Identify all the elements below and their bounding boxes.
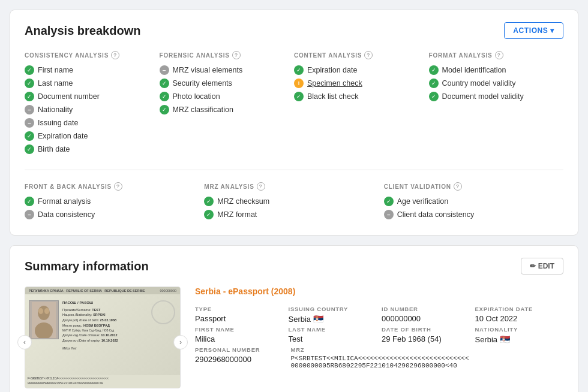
doc-type-title: Serbia - ePassport (2008) — [195, 287, 563, 296]
passport-image-container: ‹ РЕПУБЛИКА СРБИЈА REPUBLIC OF SERBIA RE… — [25, 287, 181, 392]
nationality-value: Serbia 🇷🇸 — [475, 334, 564, 344]
passport-photo — [29, 300, 59, 339]
consistency-birth-date: ✓ Birth date — [25, 144, 150, 154]
content-specimen-check: ! Specimen check — [294, 79, 419, 88]
carousel-prev-arrow[interactable]: ‹ — [17, 335, 32, 349]
mrz-section-title: MRZ ANALYSIS ? — [204, 182, 374, 191]
consistency-expiration-date: ✓ Expiration date — [25, 131, 150, 141]
consistency-first-name: ✓ First name — [25, 65, 150, 75]
passport-content-area: ПАСОШ / PASОШ Презиме/Surname: TEST Наци… — [25, 298, 180, 388]
mrz-field: MRZ P<SRBTEST<<MILICA<<<<<<<<<<<<<<<<<<<… — [291, 346, 564, 369]
mrz-checksum: ✓ MRZ checksum — [204, 197, 374, 206]
client-section-title: CLIENT VALIDATION ? — [384, 182, 554, 191]
edit-button[interactable]: ✏ EDIT — [521, 258, 563, 275]
mrz-field-label: MRZ — [291, 346, 564, 353]
svg-point-3 — [38, 308, 43, 314]
analysis-grid-row2: FRONT & BACK ANALYSIS ? ✓ Format analysi… — [25, 182, 563, 223]
dob-field: DATE OF BIRTH 29 Feb 1968 (54) — [382, 326, 470, 344]
id-number-field: ID NUMBER 000000000 — [382, 306, 470, 324]
info-grid-row1: TYPE Passport ISSUING COUNTRY Serbia 🇷🇸 … — [195, 306, 563, 324]
consistency-help-icon[interactable]: ? — [111, 51, 119, 59]
check-icon: ✓ — [294, 65, 304, 75]
minus-icon: – — [25, 118, 34, 128]
passport-text-area: ПАСОШ / PASОШ Презиме/Surname: TEST Наци… — [62, 300, 176, 385]
summary-body: ‹ РЕПУБЛИКА СРБИЈА REPUBLIC OF SERBIA RE… — [25, 287, 563, 392]
expiration-date-label: EXPIRATION DATE — [475, 306, 564, 312]
passport-header: РЕПУБЛИКА СРБИЈА REPUBLIC OF SERBIA REPU… — [25, 287, 180, 294]
mrz-format: ✓ MRZ format — [204, 210, 374, 219]
type-field: TYPE Passport — [195, 306, 284, 324]
nationality-flag: 🇷🇸 — [500, 334, 510, 344]
passport-image: РЕПУБЛИКА СРБИЈА REPUBLIC OF SERBIA REPU… — [25, 287, 181, 388]
id-number-value: 000000000 — [382, 314, 470, 323]
content-help-icon[interactable]: ? — [364, 51, 373, 59]
dob-value: 29 Feb 1968 (54) — [382, 334, 470, 343]
check-icon: ✓ — [429, 65, 439, 75]
last-name-field: LAST NAME Test — [289, 326, 377, 344]
analysis-divider — [25, 170, 563, 170]
content-expiration-date: ✓ Expiration date — [294, 65, 419, 75]
check-icon: ✓ — [204, 197, 214, 206]
front-back-help-icon[interactable]: ? — [114, 182, 122, 191]
issuing-country-label: ISSUING COUNTRY — [289, 306, 377, 312]
front-back-format: ✓ Format analysis — [25, 197, 194, 206]
forensic-security-elements: ✓ Security elements — [160, 79, 285, 88]
forensic-section-title: FORENSIC ANALYSIS ? — [160, 51, 285, 59]
passport-mrz: P<SRBTEST<<MILICA<<<<<<<<<<<<<<<<<<<<<<<… — [25, 375, 180, 388]
client-data-consistency: – Client data consistency — [384, 210, 554, 219]
front-back-title: FRONT & BACK ANALYSIS ? — [25, 182, 194, 191]
first-name-label: FIRST NAME — [195, 326, 284, 333]
nationality-field: NATIONALITY Serbia 🇷🇸 — [475, 326, 564, 344]
minus-icon: – — [25, 210, 34, 219]
analysis-card-header: Analysis breakdown ACTIONS ▾ — [25, 22, 563, 39]
consistency-document-number: ✓ Document number — [25, 92, 150, 101]
format-document-model: ✓ Document model validity — [429, 92, 554, 101]
check-icon: ✓ — [384, 197, 394, 206]
content-blacklist-check: ✓ Black list check — [294, 92, 419, 101]
forensic-mrz-classification: ✓ MRZ classification — [160, 105, 285, 114]
check-icon: ✓ — [429, 79, 439, 88]
dob-label: DATE OF BIRTH — [382, 326, 470, 333]
consistency-analysis-section: CONSISTENCY ANALYSIS ? ✓ First name ✓ La… — [25, 51, 160, 158]
consistency-nationality: – Nationality — [25, 105, 150, 114]
mrz-help-icon[interactable]: ? — [257, 182, 265, 191]
type-value: Passport — [195, 314, 284, 323]
summary-card-title: Summary information — [25, 260, 149, 273]
last-name-value: Test — [289, 334, 377, 343]
warning-icon: ! — [294, 79, 304, 88]
format-help-icon[interactable]: ? — [495, 51, 503, 59]
analysis-card-title: Analysis breakdown — [25, 24, 140, 38]
expiration-date-field: EXPIRATION DATE 10 Oct 2022 — [475, 306, 564, 324]
forensic-analysis-section: FORENSIC ANALYSIS ? – MRZ visual element… — [160, 51, 295, 158]
info-grid-row2: FIRST NAME Milica LAST NAME Test DATE OF… — [195, 326, 563, 344]
summary-info: Serbia - ePassport (2008) TYPE Passport … — [195, 287, 563, 392]
first-name-field: FIRST NAME Milica — [195, 326, 284, 344]
passport-visual: РЕПУБЛИКА СРБИЈА REPUBLIC OF SERBIA REPU… — [25, 287, 180, 388]
forensic-mrz-visual: – MRZ visual elements — [160, 65, 285, 75]
check-icon: ✓ — [160, 79, 169, 88]
id-number-label: ID NUMBER — [382, 306, 470, 312]
carousel-next-arrow[interactable]: › — [173, 335, 188, 349]
format-section-title: FORMAT ANALYSIS ? — [429, 51, 554, 59]
consistency-last-name: ✓ Last name — [25, 79, 150, 88]
nationality-label: NATIONALITY — [475, 326, 564, 333]
check-icon: ✓ — [160, 105, 169, 114]
last-name-label: LAST NAME — [289, 326, 377, 333]
check-icon: ✓ — [160, 92, 169, 101]
type-label: TYPE — [195, 306, 284, 312]
content-section-title: CONTENT ANALYSIS ? — [294, 51, 419, 59]
info-grid-row3: PERSONAL NUMBER 2902968000000 MRZ P<SRBT… — [195, 346, 563, 369]
client-help-icon[interactable]: ? — [454, 182, 462, 191]
check-icon: ✓ — [294, 92, 304, 101]
format-model-id: ✓ Model identification — [429, 65, 554, 75]
svg-point-4 — [44, 308, 49, 314]
check-icon: ✓ — [25, 92, 34, 101]
summary-card-header: Summary information ✏ EDIT — [25, 258, 563, 275]
check-icon: ✓ — [25, 144, 34, 154]
minus-icon: – — [384, 210, 394, 219]
actions-button[interactable]: ACTIONS ▾ — [504, 22, 563, 39]
forensic-help-icon[interactable]: ? — [232, 51, 241, 59]
check-icon: ✓ — [25, 79, 34, 88]
client-age-verification: ✓ Age verification — [384, 197, 554, 206]
passport-photo-svg — [32, 302, 56, 338]
